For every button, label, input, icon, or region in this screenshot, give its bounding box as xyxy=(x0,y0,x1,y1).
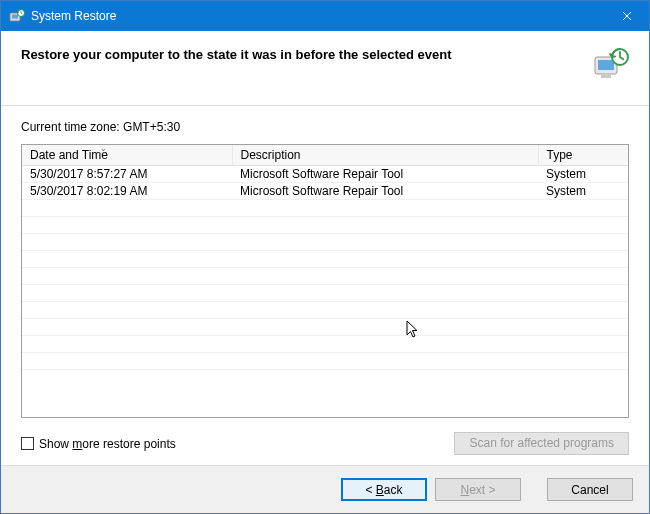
cell-date: 5/30/2017 8:02:19 AM xyxy=(22,183,232,200)
back-button[interactable]: < Back xyxy=(341,478,427,501)
column-header-description[interactable]: Description xyxy=(232,145,538,166)
cell-type: System xyxy=(538,166,628,183)
svg-rect-5 xyxy=(601,75,611,78)
table-header-row: Date and Time ⌄ Description Type xyxy=(22,145,628,166)
sort-indicator-icon: ⌄ xyxy=(100,144,107,153)
cell-type: System xyxy=(538,183,628,200)
restore-points-table: Date and Time ⌄ Description Type 5/30/20… xyxy=(21,144,629,418)
next-button: Next > xyxy=(435,478,521,501)
wizard-header: Restore your computer to the state it wa… xyxy=(1,31,649,106)
content-area: Current time zone: GMT+5:30 Date and Tim… xyxy=(1,106,649,465)
titlebar: System Restore xyxy=(1,1,649,31)
app-icon xyxy=(9,8,25,24)
cell-desc: Microsoft Software Repair Tool xyxy=(232,183,538,200)
show-more-label[interactable]: Show more restore points xyxy=(39,437,176,451)
table-row[interactable]: 5/30/2017 8:02:19 AM Microsoft Software … xyxy=(22,183,628,200)
column-header-type[interactable]: Type xyxy=(538,145,628,166)
column-header-date[interactable]: Date and Time ⌄ xyxy=(22,145,232,166)
scan-affected-button: Scan for affected programs xyxy=(454,432,629,455)
svg-rect-1 xyxy=(12,15,18,19)
svg-rect-4 xyxy=(598,60,614,70)
table-row[interactable]: 5/30/2017 8:57:27 AM Microsoft Software … xyxy=(22,166,628,183)
cancel-button[interactable]: Cancel xyxy=(547,478,633,501)
cell-desc: Microsoft Software Repair Tool xyxy=(232,166,538,183)
system-restore-window: System Restore Restore your computer to … xyxy=(0,0,650,514)
close-button[interactable] xyxy=(604,1,649,31)
close-icon xyxy=(622,11,632,21)
timezone-label: Current time zone: GMT+5:30 xyxy=(21,120,629,134)
below-table-row: Show more restore points Scan for affect… xyxy=(21,432,629,455)
restore-icon xyxy=(593,45,629,81)
column-header-date-label: Date and Time xyxy=(30,148,108,162)
wizard-header-title: Restore your computer to the state it wa… xyxy=(21,45,593,62)
show-more-checkbox[interactable] xyxy=(21,437,34,450)
wizard-footer: < Back Next > Cancel xyxy=(1,465,649,513)
cell-date: 5/30/2017 8:57:27 AM xyxy=(22,166,232,183)
titlebar-title: System Restore xyxy=(31,9,604,23)
